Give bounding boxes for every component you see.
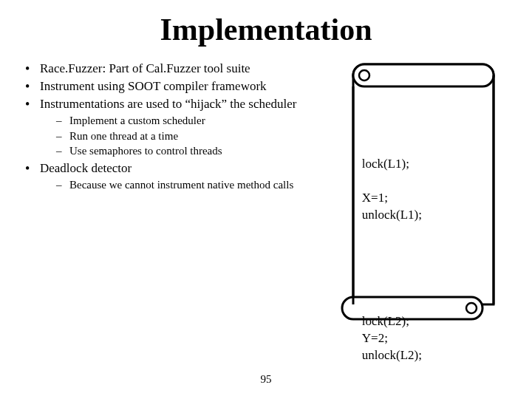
sub-bullet-list: Because we cannot instrument native meth…	[40, 178, 316, 193]
left-column: Race.Fuzzer: Part of Cal.Fuzzer tool sui…	[22, 61, 316, 327]
bullet-text: Race.Fuzzer: Part of Cal.Fuzzer tool sui…	[40, 61, 250, 75]
slide-title: Implementation	[22, 12, 510, 47]
bullet-text: Instrument using SOOT compiler framework	[40, 79, 267, 93]
sub-bullet-text: Run one thread at a time	[69, 130, 178, 142]
slide-body: Race.Fuzzer: Part of Cal.Fuzzer tool sui…	[22, 61, 510, 327]
sub-bullet-item: Use semaphores to control threads	[40, 144, 316, 159]
sub-bullet-list: Implement a custom scheduler Run one thr…	[40, 114, 316, 159]
code-line: unlock(L2);	[362, 348, 422, 362]
slide: Implementation Race.Fuzzer: Part of Cal.…	[0, 0, 532, 399]
svg-rect-2	[353, 64, 494, 86]
right-column: lock(L1); X=1; unlock(L1); lock(L2); Y=2…	[324, 61, 510, 327]
bullet-item: Instrument using SOOT compiler framework	[22, 78, 316, 95]
bullet-list: Race.Fuzzer: Part of Cal.Fuzzer tool sui…	[22, 61, 316, 192]
bullet-item: Deadlock detector Because we cannot inst…	[22, 160, 316, 193]
code-line: unlock(L1);	[362, 208, 422, 222]
code-line: lock(L1);	[362, 157, 409, 171]
bullet-text: Instrumentations are used to “hijack” th…	[40, 97, 296, 111]
bullet-text: Deadlock detector	[40, 161, 132, 175]
code-line: lock(L2);	[362, 314, 409, 328]
svg-point-3	[359, 70, 369, 81]
sub-bullet-text: Use semaphores to control threads	[69, 145, 222, 157]
sub-bullet-text: Implement a custom scheduler	[69, 115, 205, 126]
sub-bullet-item: Implement a custom scheduler	[40, 114, 316, 129]
sub-bullet-item: Run one thread at a time	[40, 129, 316, 144]
bullet-item: Instrumentations are used to “hijack” th…	[22, 96, 316, 159]
code-block-1: lock(L1); X=1; unlock(L1);	[362, 139, 495, 241]
sub-bullet-item: Because we cannot instrument native meth…	[40, 178, 316, 193]
bullet-item: Race.Fuzzer: Part of Cal.Fuzzer tool sui…	[22, 61, 316, 77]
sub-bullet-text: Because we cannot instrument native meth…	[69, 179, 293, 191]
page-number: 95	[0, 373, 532, 386]
code-line: X=1;	[362, 191, 388, 205]
code-snippet: lock(L1); X=1; unlock(L1); lock(L2); Y=2…	[362, 105, 495, 399]
code-line: Y=2;	[362, 331, 388, 345]
code-block-2: lock(L2); Y=2; unlock(L2);	[362, 296, 495, 381]
